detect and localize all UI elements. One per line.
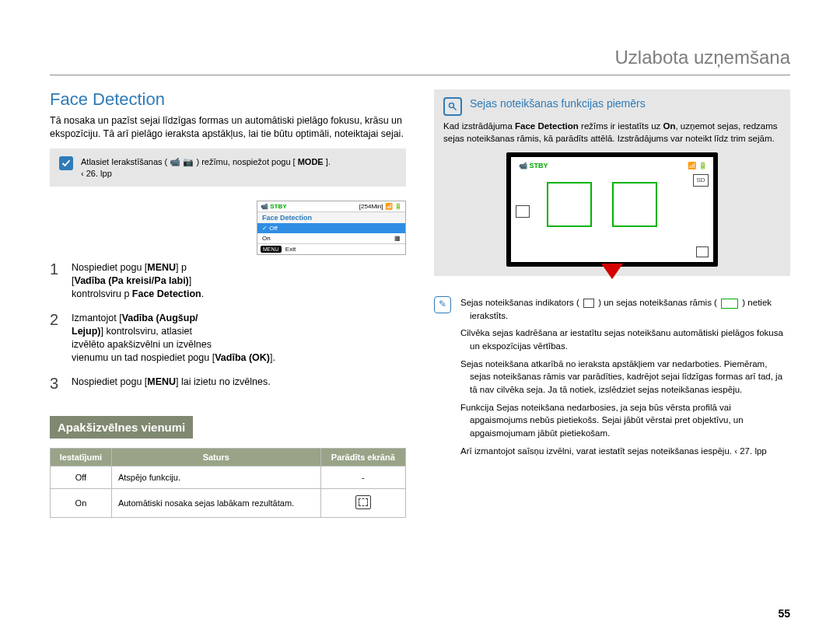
step-number: 2 [50, 312, 62, 365]
intro-text: Tā nosaka un pazīst sejai līdzīgas forma… [50, 114, 406, 141]
th-content: Saturs [111, 448, 320, 466]
td-on: On [51, 488, 112, 517]
notes-list: Sejas noteikšanas indikators ( ) un seja… [460, 296, 790, 462]
face-detect-mini-icon [583, 299, 594, 308]
table-row: On Automātiski nosaka sejas labākam rezu… [51, 488, 406, 517]
step-number: 1 [50, 261, 62, 301]
notes-box: ✎ Sejas noteikšanas indikators ( ) un se… [434, 296, 790, 462]
section-title: Face Detection [50, 89, 406, 110]
svg-line-1 [453, 107, 457, 110]
menu-tag: MENU [261, 246, 282, 253]
td-off: Off [51, 466, 112, 488]
menu-screenshot: 📹 STBY [254Min] 📶 🔋 Face Detection ✓ Off… [257, 201, 406, 255]
step-3: Nospiediet pogu [MENU] lai izietu no izv… [72, 376, 406, 391]
example-title: Sejas noteikšanas funkcijas piemērs [470, 97, 646, 110]
record-indicator-icon [601, 264, 623, 279]
chapter-title: Uzlabota uzņemšana [50, 47, 790, 75]
steps-list: 1 Nospiediet pogu [MENU] p [Vadība (Pa k… [50, 261, 406, 390]
face-detect-small-icon [696, 246, 709, 257]
preview-stby: 📹 STBY [519, 162, 548, 169]
green-frame-icon [721, 299, 738, 309]
note-item: Cilvēka sejas kadrēšana ar iestatītu sej… [460, 327, 790, 352]
check-icon [59, 156, 73, 170]
note-item: Arī izmantojot saīsņu izvēlni, varat ies… [460, 445, 790, 458]
menu-exit: Exit [285, 246, 296, 253]
magnifier-icon [443, 97, 462, 116]
prerequisite-box: Atlasiet Ierakstīšanas ( 📹 📷 ) režīmu, n… [50, 149, 406, 187]
right-column: Sejas noteikšanas funkcijas piemērs Kad … [434, 89, 790, 612]
sd-icon: SD [693, 174, 709, 187]
submenu-heading: Apakšizvēlnes vienumi [50, 416, 193, 439]
note-item: Funkcija Sejas noteikšana nedarbosies, j… [460, 401, 790, 440]
example-desc: Kad izstrādājuma Face Detection režīms i… [443, 121, 781, 145]
pencil-icon: ✎ [434, 296, 451, 313]
svg-point-0 [450, 103, 454, 108]
face-frame [547, 182, 592, 227]
prereq-mode: MODE [298, 157, 324, 166]
menu-stby: STBY [270, 203, 286, 210]
th-settings: Iestatījumi [51, 448, 112, 466]
step-2: Izmantojot [Vadība (Augšup/ Lejup)] kont… [72, 312, 406, 365]
face-frame [612, 182, 657, 227]
face-detect-icon [355, 495, 371, 509]
td-off-icon: - [320, 466, 405, 488]
note-item: Sejas noteikšanas indikators ( ) un seja… [460, 296, 790, 322]
menu-option-on: On▦ [257, 233, 405, 243]
th-display: Parādīts ekrānā [320, 448, 405, 466]
td-on-desc: Automātiski nosaka sejas labākam rezultā… [111, 488, 320, 517]
note-item: Sejas noteikšana atkarībā no ieraksta ap… [460, 358, 790, 397]
page-number: 55 [778, 607, 790, 620]
camera-preview: 📹 STBY 📶 🔋 SD [506, 152, 718, 267]
step-1: Nospiediet pogu [MENU] p [Vadība (Pa kre… [72, 261, 406, 301]
prereq-text: Atlasiet Ierakstīšanas ( [81, 157, 170, 166]
preview-top-icons: 📶 🔋 [688, 162, 707, 169]
prereq-text2: ) režīmu, nospiežot pogu [ [196, 157, 295, 166]
table-row: Off Atspējo funkciju. - [51, 466, 406, 488]
submenu-table: Iestatījumi Saturs Parādīts ekrānā Off A… [50, 448, 406, 518]
face-mode-icon [516, 205, 530, 218]
td-off-desc: Atspējo funkciju. [111, 466, 320, 488]
td-on-icon [320, 488, 405, 517]
video-icon: 📹 📷 [170, 157, 194, 166]
menu-option-off: ✓ Off [257, 223, 405, 233]
menu-time: [254Min] [359, 203, 383, 210]
menu-title: Face Detection [257, 212, 405, 223]
step-number: 3 [50, 376, 62, 391]
prereq-ref: ‹ 26. lpp [81, 169, 112, 178]
example-box: Sejas noteikšanas funkcijas piemērs Kad … [434, 89, 790, 276]
prereq-end: ]. [326, 157, 331, 166]
left-column: Face Detection Tā nosaka un pazīst sejai… [50, 89, 406, 612]
